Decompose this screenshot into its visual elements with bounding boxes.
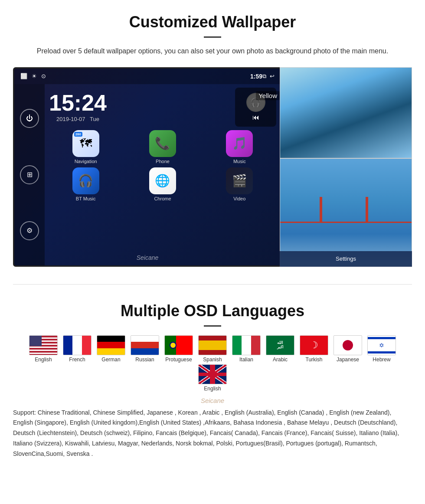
bridge-wallpaper xyxy=(280,159,412,266)
window-icon: ⧉ xyxy=(262,73,266,80)
app-chrome[interactable]: 🌐 Chrome xyxy=(126,167,199,201)
date-display: 2019-10-07 Tue xyxy=(49,116,107,122)
video-icon: 🎬 xyxy=(226,167,253,194)
wallpaper-section: Customized Wallpaper Preload over 5 defa… xyxy=(0,0,425,275)
grid-button[interactable]: ⊞ xyxy=(20,165,39,184)
title-divider xyxy=(204,36,221,38)
flag-germany xyxy=(97,335,125,355)
flag-item-arabic: اللهاكبر Arabic xyxy=(263,335,297,363)
flag-label-russian: Russian xyxy=(135,357,154,363)
chrome-icon: 🌐 xyxy=(149,167,176,194)
status-bar: ⬜ ☀ ⊙ 1:59 ⧉ ↩ xyxy=(14,69,281,84)
wallpaper-title: Customized Wallpaper xyxy=(13,13,412,31)
flag-israel: ✡ xyxy=(367,335,396,355)
flags-row: English French German xyxy=(13,335,412,393)
settings-button[interactable]: ⚙ xyxy=(20,221,39,240)
prev-track-icon[interactable]: ⏮ xyxy=(252,114,259,121)
settings-strip: Settings xyxy=(280,251,412,267)
flag-saudi: اللهاكبر xyxy=(266,335,294,355)
languages-section: Multiple OSD Languages English French xyxy=(0,293,425,468)
screenshot-area: ⬜ ☀ ⊙ 1:59 ⧉ ↩ ⏻ ⊞ ⚙ xyxy=(13,67,412,267)
music-app-icon: 🎵 xyxy=(226,130,253,157)
app-btmusic[interactable]: 🎧 BT Music xyxy=(49,167,122,201)
yellow-label: Yellow xyxy=(256,91,280,100)
support-languages-text: Support: Chinese Traditional, Chinese Si… xyxy=(13,408,412,459)
flag-italy xyxy=(232,335,261,355)
big-clock: 15:24 xyxy=(49,92,107,114)
flag-spain xyxy=(198,335,227,355)
japan-circle xyxy=(343,340,353,350)
flag-item-russian: Russian xyxy=(128,335,162,363)
flag-item-portuguese: Protuguese xyxy=(162,335,196,363)
status-right-icons: ⧉ ↩ xyxy=(262,73,275,80)
usa-canton xyxy=(29,336,42,346)
sidebar: ⏻ ⊞ ⚙ xyxy=(14,84,45,265)
flag-item-japanese: Japanese xyxy=(331,335,365,363)
flag-label-french: French xyxy=(69,357,85,363)
maps-badge: 280 xyxy=(74,132,82,137)
phone-label: Phone xyxy=(156,159,170,164)
phone-icon: 📞 xyxy=(149,130,176,157)
app-video[interactable]: 🎬 Video xyxy=(203,167,276,201)
saudi-text: اللهاكبر xyxy=(277,341,284,350)
thumb-bridge xyxy=(280,158,412,267)
status-time: 1:59 xyxy=(250,73,262,80)
btmusic-label: BT Music xyxy=(76,196,96,201)
flag-japan xyxy=(333,335,362,355)
flag-label-hebrew: Hebrew xyxy=(373,357,390,363)
flag-item-french: French xyxy=(60,335,94,363)
seicane-watermark: Seicane xyxy=(13,397,412,404)
wallpaper-description: Preload over 5 default wallpaper options… xyxy=(17,46,408,57)
languages-title-divider xyxy=(204,325,221,327)
bridge-deck xyxy=(280,222,412,223)
bridge-tower-left xyxy=(320,197,322,223)
home-icon: ⬜ xyxy=(20,73,27,79)
flag-label-portuguese: Protuguese xyxy=(165,357,192,363)
location-icon: ⊙ xyxy=(41,73,46,79)
ice-wallpaper xyxy=(280,68,412,158)
flag-item-english-uk: English xyxy=(196,364,229,392)
center-content: 15:24 2019-10-07 Tue 🎧 ⏮ xyxy=(45,84,281,265)
video-label: Video xyxy=(233,196,245,201)
languages-title: Multiple OSD Languages xyxy=(13,302,412,320)
app-music[interactable]: 🎵 Music xyxy=(203,130,276,164)
music-label: Music xyxy=(233,159,246,164)
flag-russia xyxy=(131,335,159,355)
flag-label-spanish: Spanish xyxy=(203,357,222,363)
app-grid: 280 🗺 Navigation 📞 Phone 🎵 xyxy=(49,130,276,201)
btmusic-icon: 🎧 xyxy=(72,167,99,194)
flag-item-english-us: English xyxy=(26,335,60,363)
thumb-ice xyxy=(280,67,412,158)
app-phone[interactable]: 📞 Phone xyxy=(126,130,199,164)
flag-label-german: German xyxy=(101,357,120,363)
flag-item-hebrew: ✡ Hebrew xyxy=(365,335,399,363)
flag-item-german: German xyxy=(94,335,128,363)
bridge-tower-right xyxy=(366,197,368,223)
flag-item-turkish: ☽ Turkish xyxy=(297,335,331,363)
brightness-icon: ☀ xyxy=(32,73,37,79)
flag-label-turkish: Turkish xyxy=(306,357,323,363)
flag-france xyxy=(63,335,92,355)
flag-uk xyxy=(198,364,227,384)
app-navigation[interactable]: 280 🗺 Navigation xyxy=(49,130,122,164)
flag-portugal xyxy=(164,335,193,355)
navigation-label: Navigation xyxy=(75,159,97,164)
flag-label-english: English xyxy=(35,357,52,363)
settings-label: Settings xyxy=(336,255,356,262)
power-button[interactable]: ⏻ xyxy=(20,109,39,128)
flag-turkey: ☽ xyxy=(300,335,328,355)
flag-item-spanish: Spanish xyxy=(196,335,229,363)
screen-main-content: ⏻ ⊞ ⚙ 15:24 2019-10-07 Tue xyxy=(14,84,281,265)
status-left-icons: ⬜ ☀ ⊙ xyxy=(20,73,46,79)
back-icon: ↩ xyxy=(270,73,275,79)
flag-usa xyxy=(29,335,58,355)
navigation-icon: 280 🗺 xyxy=(72,130,99,157)
flag-label-arabic: Arabic xyxy=(273,357,288,363)
star-of-david: ✡ xyxy=(379,342,384,348)
flag-label-english-uk: English xyxy=(204,386,221,392)
wallpaper-thumbnails: Settings xyxy=(280,67,412,267)
flag-label-italian: Italian xyxy=(239,357,253,363)
chrome-label: Chrome xyxy=(154,196,171,201)
android-screen: ⬜ ☀ ⊙ 1:59 ⧉ ↩ ⏻ ⊞ ⚙ xyxy=(13,67,282,267)
flag-item-italian: Italian xyxy=(229,335,263,363)
